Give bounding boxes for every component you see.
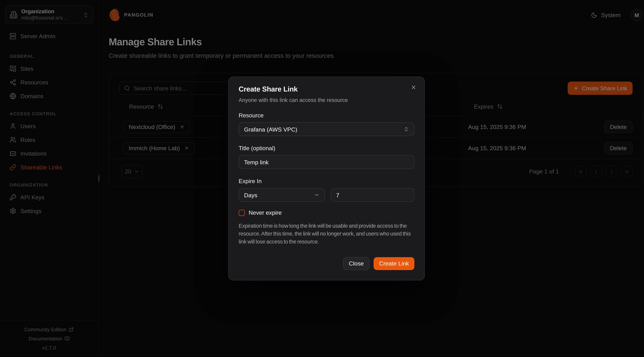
close-icon[interactable] <box>410 84 417 91</box>
chevron-down-icon <box>314 192 320 198</box>
title-field <box>239 155 414 169</box>
resource-label: Resource <box>239 112 414 119</box>
never-expire-label: Never expire <box>248 209 282 216</box>
title-input[interactable] <box>244 159 409 165</box>
close-button[interactable]: Close <box>343 257 370 270</box>
never-expire-option[interactable]: Never expire <box>239 209 414 216</box>
app-window: Organization milo@fossorial.io's ... Ser… <box>0 0 644 357</box>
title-label: Title (optional) <box>239 145 414 152</box>
expiration-description: Expiration time is how long the link wil… <box>239 222 414 246</box>
expire-value-field <box>331 188 414 202</box>
expire-value-input[interactable] <box>336 192 409 198</box>
expire-unit-select[interactable]: Days <box>239 188 325 202</box>
never-expire-checkbox[interactable] <box>239 210 245 216</box>
resource-select[interactable]: Grafana (AWS VPC) <box>239 122 414 136</box>
modal-title: Create Share Link <box>239 85 414 94</box>
chevrons-up-down-icon <box>404 127 409 132</box>
create-link-button[interactable]: Create Link <box>374 257 414 270</box>
modal-subtitle: Anyone with this link can access the res… <box>239 97 414 103</box>
expire-label: Expire In <box>239 178 414 184</box>
create-share-link-modal: Create Share Link Anyone with this link … <box>228 77 425 280</box>
